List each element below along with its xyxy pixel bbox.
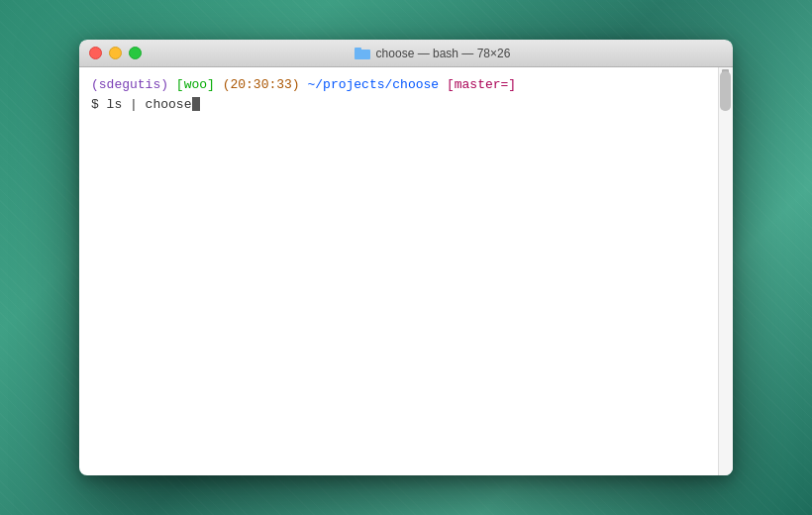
time: (20:30:33) xyxy=(223,77,300,92)
scrollbar-thumb[interactable] xyxy=(720,71,731,111)
title-bar-center: choose — bash — 78×26 xyxy=(142,47,723,60)
minimize-button[interactable] xyxy=(109,47,122,59)
venv: [woo] xyxy=(176,77,215,92)
traffic-lights xyxy=(89,47,142,59)
maximize-button[interactable] xyxy=(129,47,142,59)
space4 xyxy=(439,77,447,92)
cursor xyxy=(192,97,200,111)
space1 xyxy=(168,77,176,92)
path: ~/projects/choose xyxy=(307,77,439,92)
folder-icon xyxy=(355,48,370,59)
terminal-body[interactable]: (sdegutis) [woo] (20:30:33) ~/projects/c… xyxy=(79,67,733,475)
command-line: $ ls | choose xyxy=(91,95,713,115)
scrollbar[interactable] xyxy=(718,67,733,475)
terminal-window: choose — bash — 78×26 (sdegutis) [woo] (… xyxy=(79,40,733,475)
close-button[interactable] xyxy=(89,47,102,59)
title-bar: choose — bash — 78×26 xyxy=(79,40,733,67)
window-title: choose — bash — 78×26 xyxy=(376,47,511,60)
username: (sdegutis) xyxy=(91,77,168,92)
prompt-line: (sdegutis) [woo] (20:30:33) ~/projects/c… xyxy=(91,75,713,95)
command-text: ls | choose xyxy=(99,95,192,115)
space2 xyxy=(215,77,223,92)
dollar-prompt: $ xyxy=(91,95,99,115)
branch: [master=] xyxy=(447,77,516,92)
